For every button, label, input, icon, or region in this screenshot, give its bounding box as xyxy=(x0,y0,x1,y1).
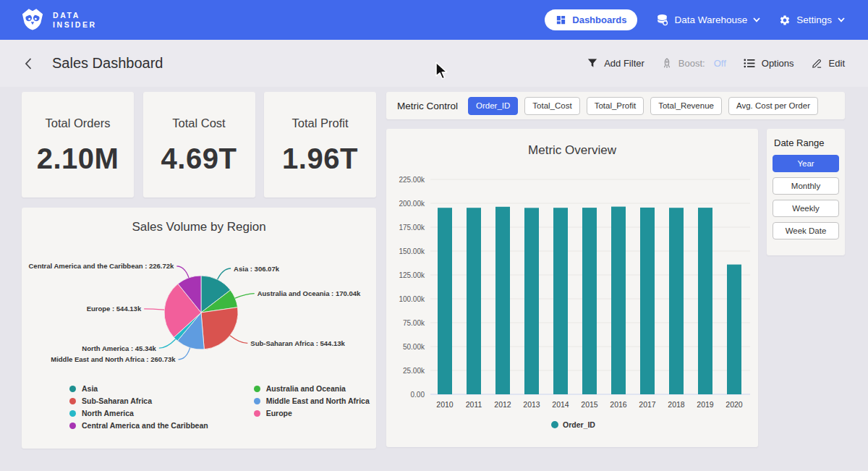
x-tick-label: 2013 xyxy=(523,400,540,409)
x-tick-label: 2014 xyxy=(552,400,569,409)
legend-dot xyxy=(69,410,76,417)
legend-item-europe[interactable]: Europe xyxy=(254,409,370,417)
metric-option-total-profit[interactable]: Total_Profit xyxy=(587,97,644,115)
x-tick-label: 2017 xyxy=(639,400,656,409)
date-range-label: Date Range xyxy=(774,137,839,148)
pie-legend: AsiaSub-Saharan AfricaNorth AmericaCentr… xyxy=(69,384,370,430)
pie-leader-line xyxy=(218,268,231,279)
nav-dashboards-button[interactable]: Dashboards xyxy=(545,9,637,30)
date-range-panel: Date Range YearMonthlyWeeklyWeek Date xyxy=(767,129,845,255)
date-range-option-week-date[interactable]: Week Date xyxy=(773,222,839,239)
bar-legend-dot xyxy=(551,421,558,428)
bar-2010[interactable] xyxy=(438,208,452,394)
bar-2015[interactable] xyxy=(582,208,597,394)
bar-svg: 225.00k200.00k175.00k150.00k125.00k100.0… xyxy=(386,129,758,447)
kpi-label: Total Orders xyxy=(22,116,134,130)
page-header: Sales Dashboard Add Filter Boost:Off xyxy=(0,40,868,87)
header-actions: Add Filter Boost:Off xyxy=(587,58,845,69)
y-tick-label: 150.00k xyxy=(399,247,425,255)
y-tick-label: 50.00k xyxy=(403,343,425,351)
metric-option-total-revenue[interactable]: Total_Revenue xyxy=(650,97,722,115)
back-button[interactable] xyxy=(20,54,36,73)
kpi-card-total-profit: Total Profit 1.96T xyxy=(264,92,376,198)
nav-settings-label: Settings xyxy=(796,14,832,25)
bar-2013[interactable] xyxy=(524,208,539,394)
legend-dot xyxy=(69,386,76,392)
legend-item-asia[interactable]: Asia xyxy=(69,384,208,393)
kpi-label: Total Profit xyxy=(264,116,376,130)
x-tick-label: 2016 xyxy=(610,400,627,409)
bar-legend-label[interactable]: Order_ID xyxy=(563,420,595,429)
bar-2019[interactable] xyxy=(698,208,712,394)
filter-icon xyxy=(587,59,597,68)
legend-dot xyxy=(69,398,76,404)
kpi-value: 2.10M xyxy=(22,143,134,175)
bar-2020[interactable] xyxy=(727,265,741,394)
bar-2014[interactable] xyxy=(553,208,568,394)
legend-item-sub-saharan-africa[interactable]: Sub-Saharan Africa xyxy=(69,396,208,405)
legend-label: Middle East and North Africa xyxy=(266,396,370,405)
x-tick-label: 2018 xyxy=(668,400,685,409)
legend-label: Europe xyxy=(266,409,292,417)
pie-slice-label: Central America and the Caribbean : 226.… xyxy=(28,262,174,270)
metric-option-total-cost[interactable]: Total_Cost xyxy=(524,97,579,115)
legend-dot xyxy=(69,423,76,429)
legend-item-middle-east-and-north-africa[interactable]: Middle East and North Africa xyxy=(254,396,370,405)
y-tick-label: 25.00k xyxy=(403,367,425,375)
x-tick-label: 2020 xyxy=(726,400,743,409)
boost-toggle[interactable]: Boost:Off xyxy=(662,58,726,69)
date-range-option-weekly[interactable]: Weekly xyxy=(773,200,839,217)
y-tick-label: 0.00 xyxy=(411,391,425,399)
bar-2016[interactable] xyxy=(611,207,626,394)
legend-item-central-america-and-the-caribbean[interactable]: Central America and the Caribbean xyxy=(69,421,208,430)
boost-label: Boost: xyxy=(678,58,705,69)
add-filter-button[interactable]: Add Filter xyxy=(587,58,644,69)
edit-button[interactable]: Edit xyxy=(812,58,845,69)
bar-2018[interactable] xyxy=(669,208,684,394)
legend-label: North America xyxy=(82,409,134,417)
kpi-row: Total Orders 2.10M Total Cost 4.69T Tota… xyxy=(22,92,376,198)
y-tick-label: 175.00k xyxy=(399,224,425,232)
dashboard-icon xyxy=(556,14,566,25)
options-button[interactable]: Options xyxy=(744,58,794,69)
bar-chart-card: Metric Overview 225.00k200.00k175.00k150… xyxy=(386,129,758,447)
pie-slice-label: Australia and Oceania : 170.04k xyxy=(258,289,361,297)
metric-option-avg-cost-per-order[interactable]: Avg. Cost per Order xyxy=(728,97,818,115)
legend-column: AsiaSub-Saharan AfricaNorth AmericaCentr… xyxy=(69,384,208,430)
list-icon xyxy=(744,59,755,68)
pie-slice-sub-saharan-africa[interactable] xyxy=(201,307,238,349)
date-range-options: YearMonthlyWeeklyWeek Date xyxy=(773,155,839,239)
brand-line2: INSIDER xyxy=(53,20,97,30)
bar-2012[interactable] xyxy=(495,207,510,394)
owl-logo-icon xyxy=(20,7,45,33)
y-tick-label: 100.00k xyxy=(399,295,425,303)
legend-item-australia-and-oceania[interactable]: Australia and Oceania xyxy=(254,384,370,393)
chevron-down-icon xyxy=(753,17,760,22)
rocket-icon xyxy=(662,58,672,69)
legend-dot xyxy=(254,386,260,392)
database-icon xyxy=(656,14,668,26)
edit-label: Edit xyxy=(829,58,845,69)
metric-control-label: Metric Control xyxy=(397,101,458,111)
nav-data-warehouse[interactable]: Data Warehouse xyxy=(656,14,760,26)
kpi-card-total-orders: Total Orders 2.10M xyxy=(22,92,134,198)
bar-2017[interactable] xyxy=(640,208,655,394)
nav-dashboards-label: Dashboards xyxy=(572,14,626,25)
y-tick-label: 200.00k xyxy=(399,200,425,208)
brand[interactable]: DATA INSIDER xyxy=(20,7,97,33)
legend-label: Asia xyxy=(82,384,98,393)
pie-slice-label: North America : 45.34k xyxy=(82,344,156,352)
nav-right: Dashboards Data Warehouse xyxy=(545,9,845,30)
legend-item-north-america[interactable]: North America xyxy=(69,409,208,417)
nav-settings[interactable]: Settings xyxy=(779,14,845,26)
page-title: Sales Dashboard xyxy=(52,55,163,72)
x-tick-label: 2019 xyxy=(697,400,714,409)
date-range-option-monthly[interactable]: Monthly xyxy=(773,177,839,195)
metric-option-order-id[interactable]: Order_ID xyxy=(468,97,518,115)
bar-2011[interactable] xyxy=(467,208,481,394)
brand-line1: DATA xyxy=(53,11,97,20)
pie-leader-line xyxy=(179,348,190,360)
kpi-value: 1.96T xyxy=(264,143,376,175)
nav-data-warehouse-label: Data Warehouse xyxy=(674,14,747,25)
date-range-option-year[interactable]: Year xyxy=(773,155,839,172)
